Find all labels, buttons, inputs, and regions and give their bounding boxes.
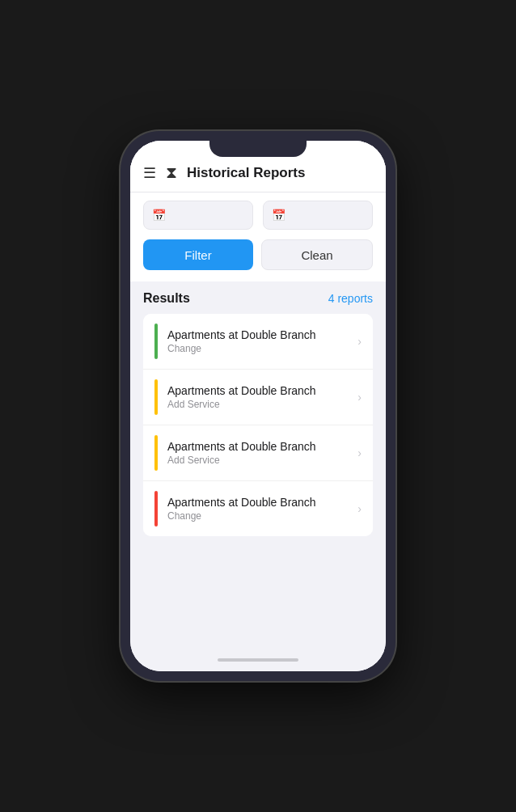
report-name-1: Apartments at Double Branch xyxy=(167,328,357,341)
chevron-icon-3: › xyxy=(357,446,362,459)
report-name-2: Apartments at Double Branch xyxy=(167,384,357,397)
report-info-4: Apartments at Double Branch Change xyxy=(167,496,357,522)
report-subtext-3: Add Service xyxy=(167,455,357,466)
hourglass-icon: ⧗ xyxy=(166,163,177,182)
report-subtext-4: Change xyxy=(167,510,357,522)
calendar-end-icon: 📅 xyxy=(272,209,285,222)
indicator-yellow-2 xyxy=(154,379,158,415)
report-info-1: Apartments at Double Branch Change xyxy=(167,328,357,354)
phone-notch xyxy=(209,141,307,157)
report-subtext-1: Change xyxy=(167,343,357,354)
results-section: Results 4 reports Apartments at Double B… xyxy=(130,281,386,649)
home-indicator-area xyxy=(130,649,386,671)
filter-section: 📅 📅 Filter Clean xyxy=(130,192,386,281)
report-subtext-2: Add Service xyxy=(167,399,357,410)
filter-button[interactable]: Filter xyxy=(143,239,253,270)
phone-screen: ☰ ⧗ Historical Reports 📅 📅 Filter Clean xyxy=(130,141,386,671)
chevron-icon-1: › xyxy=(357,335,362,348)
report-name-3: Apartments at Double Branch xyxy=(167,440,357,453)
button-row: Filter Clean xyxy=(143,239,373,270)
report-item-3[interactable]: Apartments at Double Branch Add Service … xyxy=(143,425,373,481)
report-item-1[interactable]: Apartments at Double Branch Change › xyxy=(143,314,373,370)
results-label: Results xyxy=(143,291,190,306)
chevron-icon-2: › xyxy=(357,391,362,404)
report-item-2[interactable]: Apartments at Double Branch Add Service … xyxy=(143,370,373,425)
report-name-4: Apartments at Double Branch xyxy=(167,496,357,509)
app-content: ☰ ⧗ Historical Reports 📅 📅 Filter Clean xyxy=(130,141,386,671)
chevron-icon-4: › xyxy=(357,502,362,515)
results-count: 4 reports xyxy=(328,292,373,305)
report-list: Apartments at Double Branch Change › Apa… xyxy=(143,314,373,536)
indicator-yellow-3 xyxy=(154,435,158,471)
report-info-2: Apartments at Double Branch Add Service xyxy=(167,384,357,410)
results-header: Results 4 reports xyxy=(143,291,373,306)
page-title: Historical Reports xyxy=(187,165,305,181)
report-item-4[interactable]: Apartments at Double Branch Change › xyxy=(143,481,373,536)
date-input-end[interactable]: 📅 xyxy=(263,201,373,230)
indicator-red-4 xyxy=(154,491,158,527)
home-bar xyxy=(218,658,298,662)
clean-button[interactable]: Clean xyxy=(261,239,373,270)
indicator-green-1 xyxy=(154,324,158,359)
date-row: 📅 📅 xyxy=(143,201,373,230)
calendar-start-icon: 📅 xyxy=(152,209,166,222)
report-info-3: Apartments at Double Branch Add Service xyxy=(167,440,357,466)
phone-frame: ☰ ⧗ Historical Reports 📅 📅 Filter Clean xyxy=(121,131,395,681)
date-input-start[interactable]: 📅 xyxy=(143,201,253,230)
hamburger-icon[interactable]: ☰ xyxy=(143,164,156,182)
